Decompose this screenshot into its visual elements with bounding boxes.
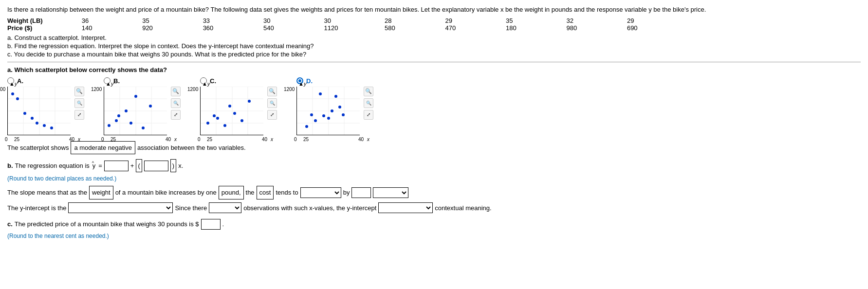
price-val-6: 580: [385, 24, 445, 32]
regression-note: (Round to two decimal places as needed.): [7, 175, 861, 182]
yc-ymax: 1200: [187, 87, 198, 92]
price-val-4: 540: [263, 24, 324, 32]
ya-ylabel: ▲y: [9, 81, 17, 87]
scatter-c-icons: 🔍 🔍 ⤢: [267, 87, 277, 120]
svg-point-62: [331, 109, 333, 112]
part-a-label: a. Construct a scatterplot. Interpret.: [7, 34, 861, 41]
option-c-label: C.: [210, 77, 216, 85]
svg-point-44: [228, 105, 231, 108]
yc-x2: 40: [262, 137, 267, 142]
weight-val-4: 30: [263, 17, 324, 24]
yintercept-dropdown3[interactable]: does have does not have: [378, 202, 433, 213]
yb-x1: 25: [111, 137, 116, 142]
weight-val-8: 35: [506, 17, 566, 24]
regression-slope-input[interactable]: [144, 161, 168, 171]
weight-header: Weight (LB): [7, 17, 82, 24]
svg-point-31: [149, 105, 152, 108]
expand-a[interactable]: ⤢: [74, 110, 84, 120]
weight-val-1: 36: [82, 17, 142, 24]
slope-dropdown2[interactable]: dollars pounds: [373, 187, 408, 198]
option-d-label: D.: [306, 77, 313, 85]
regression-intercept-input[interactable]: [104, 161, 129, 171]
svg-point-10: [16, 97, 19, 100]
expand-d[interactable]: ⤢: [364, 110, 373, 120]
expand-c[interactable]: ⤢: [267, 110, 277, 120]
scatter-b-icons: 🔍 🔍 ⤢: [171, 87, 181, 120]
regression-section: b. The regression equation is ^ y = + ( …: [7, 159, 861, 182]
slope-dropdown1[interactable]: increase decrease: [300, 187, 341, 198]
ya-ymax: 1200: [0, 87, 5, 92]
svg-point-63: [334, 95, 337, 98]
yd-ymax: 1200: [284, 87, 295, 92]
part-c-label: c. You decide to purchase a mountain bik…: [7, 51, 861, 58]
regression-line: b. The regression equation is ^ y = + ( …: [7, 159, 861, 172]
slope-mid2: the: [246, 187, 255, 198]
intro-text: Is there a relationship between the weig…: [7, 5, 861, 15]
yd-xlabel: x: [367, 137, 369, 142]
price-val-10: 690: [627, 24, 638, 32]
svg-point-25: [115, 119, 118, 122]
svg-point-60: [322, 114, 325, 117]
yintercept-sentence-line: The y-intercept is the predicted price w…: [7, 202, 861, 214]
regression-paren-right: ): [170, 159, 176, 172]
expand-b[interactable]: ⤢: [171, 110, 181, 120]
scatter-d-svg: [296, 87, 360, 135]
weight-val-3: 33: [203, 17, 263, 24]
regression-plus: +: [130, 160, 134, 171]
regression-yhat: ^ y: [92, 160, 96, 171]
slope-amount-input[interactable]: [351, 187, 371, 198]
svg-point-45: [233, 112, 236, 115]
yd-x1: 25: [303, 137, 309, 142]
svg-point-24: [108, 124, 111, 127]
yc-x1: 25: [207, 137, 212, 142]
option-b-label: B.: [113, 77, 120, 85]
price-val-9: 980: [566, 24, 627, 32]
svg-point-61: [327, 117, 330, 120]
svg-point-43: [223, 124, 226, 127]
svg-point-13: [36, 122, 38, 125]
weight-val-10: 29: [627, 17, 638, 24]
part-c-line: c. The predicted price of a mountain bik…: [7, 218, 861, 230]
zoom-out-c[interactable]: 🔍: [267, 98, 277, 108]
option-a-label: A.: [17, 77, 23, 85]
svg-point-57: [310, 113, 313, 116]
zoom-out-a[interactable]: 🔍: [74, 98, 84, 108]
yintercept-dropdown1[interactable]: predicted price when weight is 0 predict…: [68, 202, 173, 213]
yb-ymax: 1200: [91, 87, 102, 92]
zoom-in-c[interactable]: 🔍: [267, 87, 277, 96]
yintercept-suffix: contextual meaning.: [435, 202, 491, 214]
question-a-text: a. Which scatterplot below correctly sho…: [7, 66, 861, 73]
zoom-out-d[interactable]: 🔍: [364, 98, 373, 108]
slope-mid4: by: [343, 187, 350, 198]
ya-y0: 0: [5, 137, 8, 142]
scatter-desc-prefix: The scatterplot shows: [7, 142, 69, 153]
part-c-answer-input[interactable]: [201, 219, 221, 230]
ya-x1: 25: [14, 137, 19, 142]
scatter-desc-value: a moderate negative: [71, 141, 135, 154]
svg-point-26: [117, 114, 120, 117]
price-val-7: 470: [445, 24, 506, 32]
svg-point-41: [213, 114, 216, 117]
zoom-out-b[interactable]: 🔍: [171, 98, 181, 108]
yd-ylabel: ▲y: [298, 81, 306, 87]
zoom-in-d[interactable]: 🔍: [364, 87, 373, 96]
regression-text: The regression equation is: [15, 160, 90, 171]
yc-ylabel: ▲y: [202, 81, 210, 87]
scatter-d-container: ▲y 1200 0 25 40 x: [296, 87, 373, 135]
scatter-option-a: A. ▲y 1200 0 25 40 x: [7, 77, 84, 135]
scatter-a-icons: 🔍 🔍 ⤢: [74, 87, 84, 120]
zoom-in-a[interactable]: 🔍: [74, 87, 84, 96]
scatter-option-c: C. ▲y 1200 0 25 40 x: [200, 77, 277, 135]
svg-point-59: [319, 92, 322, 95]
scatter-option-d: D. ▲y 1200 0 25 40 x: [296, 77, 373, 135]
yd-y0: 0: [294, 137, 297, 142]
regression-xsuffix: x.: [178, 160, 183, 171]
zoom-in-b[interactable]: 🔍: [171, 87, 181, 96]
scatter-b-svg: [104, 87, 167, 135]
yc-xlabel: x: [271, 137, 273, 142]
price-val-1: 140: [82, 24, 142, 32]
part-c-part: c.: [7, 218, 13, 230]
yintercept-dropdown2[interactable]: are are no: [209, 202, 241, 213]
slope-sentence-line: The slope means that as the weight of a …: [7, 186, 861, 199]
scatterplot-options-row: A. ▲y 1200 0 25 40 x: [7, 77, 861, 135]
